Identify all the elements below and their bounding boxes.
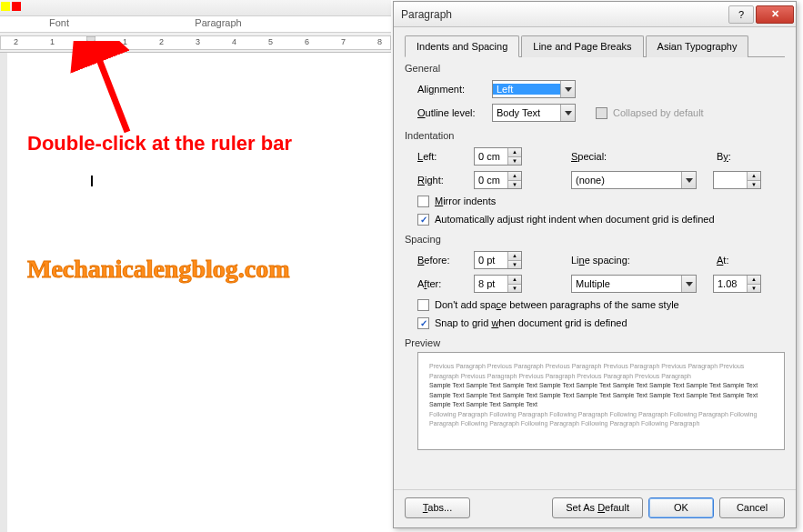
chevron-down-icon: [681, 276, 696, 292]
after-spinner[interactable]: 8 pt ▲▼: [474, 275, 522, 293]
cancel-button[interactable]: Cancel: [719, 497, 785, 518]
dialog-title: Paragraph: [401, 8, 727, 21]
ribbon-strip: [0, 0, 391, 16]
tabs-button[interactable]: Tabs...: [405, 497, 470, 518]
ruler-num: 6: [305, 37, 309, 46]
close-icon: ✕: [771, 8, 779, 20]
outline-value: Body Text: [493, 107, 560, 118]
spinner-arrows-icon: ▲▼: [747, 172, 760, 188]
collapsed-checkbox: [596, 107, 607, 119]
indent-left-label: Left:: [417, 151, 468, 162]
spinner-arrows-icon: ▲▼: [747, 276, 760, 292]
line-spacing-label: Line spacing:: [571, 255, 662, 266]
chevron-down-icon: [560, 105, 575, 121]
auto-adjust-checkbox[interactable]: ✓: [417, 214, 429, 226]
special-combo[interactable]: (none): [571, 171, 697, 189]
page-margin: [0, 53, 7, 532]
close-button[interactable]: ✕: [756, 5, 794, 24]
spinner-arrows-icon: ▲▼: [507, 148, 521, 165]
tab-indents-spacing[interactable]: Indents and Spacing: [405, 35, 519, 57]
snap-to-grid-label: Snap to grid when document grid is defin…: [435, 317, 627, 328]
dialog-titlebar[interactable]: Paragraph ? ✕: [394, 2, 796, 27]
line-spacing-combo[interactable]: Multiple: [571, 275, 697, 293]
alignment-value: Left: [493, 84, 560, 95]
ok-button[interactable]: OK: [648, 497, 714, 518]
ruler-num: 1: [123, 37, 127, 46]
alignment-label: Alignment:: [417, 84, 487, 95]
indent-right-label: Right:: [417, 175, 468, 186]
general-heading: General: [405, 63, 785, 74]
indent-left-spinner[interactable]: 0 cm ▲▼: [474, 147, 522, 166]
group-font-label: Font: [0, 16, 118, 32]
highlight-yellow[interactable]: [1, 2, 10, 11]
preview-box: Previous Paragraph Previous Paragraph Pr…: [417, 352, 785, 450]
dont-add-space-label: Don't add space between paragraphs of th…: [435, 299, 679, 310]
tab-strip: Indents and Spacing Line and Page Breaks…: [405, 35, 785, 57]
at-spinner[interactable]: 1.08 ▲▼: [713, 275, 761, 293]
before-label: Before:: [417, 255, 468, 266]
preview-follow: Following Paragraph Following Paragraph …: [429, 410, 773, 429]
spacing-heading: Spacing: [405, 234, 785, 245]
paragraph-dialog: Paragraph ? ✕ Indents and Spacing Line a…: [393, 1, 797, 528]
help-icon: ?: [738, 9, 744, 20]
watermark-text: Mechanicalengblog.com: [27, 255, 290, 284]
spinner-arrows-icon: ▲▼: [507, 276, 521, 292]
outline-level-combo[interactable]: Body Text: [492, 104, 576, 122]
preview-heading: Preview: [405, 337, 785, 348]
indent-marker-icon[interactable]: [86, 36, 95, 51]
set-default-button[interactable]: Set As Default: [552, 497, 643, 518]
help-button[interactable]: ?: [728, 5, 754, 24]
ruler-num: 2: [159, 37, 164, 46]
ruler-num: 3: [196, 37, 200, 46]
ruler-num: 7: [341, 37, 346, 46]
annotation-text: Double-click at the ruler bar: [27, 132, 292, 156]
mirror-indents-label: Mirror indents: [435, 196, 496, 206]
dialog-button-row: Tabs... Set As Default OK Cancel: [394, 489, 796, 527]
collapsed-label: Collapsed by default: [613, 107, 704, 118]
outline-label: Outline level:: [417, 107, 487, 118]
ribbon-group-labels: Font Paragraph: [0, 16, 391, 33]
text-cursor: [91, 176, 93, 186]
chevron-down-icon: [681, 172, 696, 188]
chevron-down-icon: [560, 81, 575, 97]
tab-asian-typography[interactable]: Asian Typography: [646, 35, 749, 57]
group-paragraph-label: Paragraph: [118, 16, 318, 32]
preview-prev: Previous Paragraph Previous Paragraph Pr…: [429, 362, 773, 381]
spinner-arrows-icon: ▲▼: [507, 252, 521, 268]
snap-to-grid-checkbox[interactable]: ✓: [417, 317, 429, 329]
document-canvas[interactable]: [0, 53, 391, 532]
ruler-num: 8: [377, 37, 382, 46]
spinner-arrows-icon: ▲▼: [507, 172, 521, 188]
preview-sample: Sample Text Sample Text Sample Text Samp…: [429, 381, 773, 410]
tab-line-page-breaks[interactable]: Line and Page Breaks: [521, 35, 643, 57]
mirror-indents-checkbox[interactable]: [417, 196, 429, 207]
dont-add-space-checkbox[interactable]: [417, 299, 429, 311]
by-spinner[interactable]: ▲▼: [713, 171, 761, 189]
ruler[interactable]: 2 1 1 2 3 4 5 6 7 8: [0, 33, 391, 53]
ruler-num: 1: [50, 37, 55, 46]
after-label: After:: [417, 278, 468, 289]
ruler-num: 5: [268, 37, 273, 46]
by-label: By:: [717, 151, 731, 162]
indentation-heading: Indentation: [405, 130, 785, 141]
auto-adjust-label: Automatically adjust right indent when d…: [435, 214, 715, 225]
svg-rect-2: [86, 47, 95, 51]
ruler-num: 2: [14, 37, 18, 46]
before-spinner[interactable]: 0 pt ▲▼: [474, 251, 522, 269]
indent-right-spinner[interactable]: 0 cm ▲▼: [474, 171, 522, 189]
special-label: Special:: [571, 151, 662, 162]
ruler-num: 4: [232, 37, 236, 46]
at-label: At:: [717, 255, 728, 266]
alignment-combo[interactable]: Left: [492, 80, 576, 98]
font-color-red[interactable]: [12, 2, 21, 11]
svg-marker-0: [86, 36, 95, 44]
